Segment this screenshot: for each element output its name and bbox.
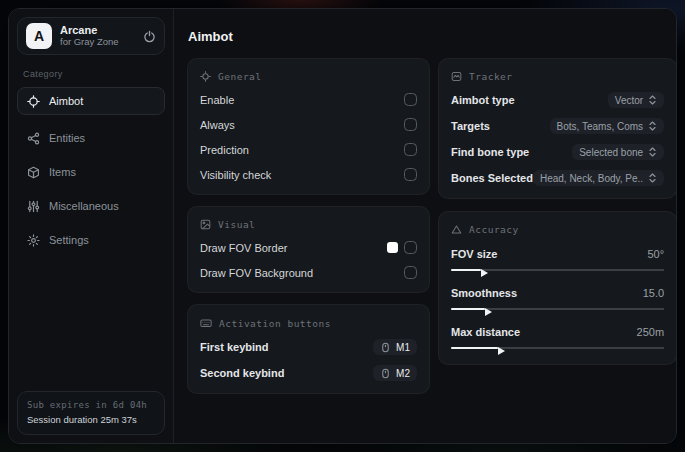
smoothness-slider-group: Smoothness 15.0 <box>451 285 664 313</box>
setting-label: Prediction <box>200 144 249 156</box>
slider-label: Smoothness <box>451 287 517 299</box>
aimbot-type-dropdown[interactable]: Vector <box>608 92 664 108</box>
dropdown-value: Bots, Teams, Coms <box>557 121 644 132</box>
setting-row-first-keybind: First keybind M1 <box>200 339 417 355</box>
sidebar-item-entities[interactable]: Entities <box>17 125 165 151</box>
slider-thumb[interactable] <box>485 308 492 316</box>
setting-label: Enable <box>200 94 234 106</box>
setting-label: Always <box>200 119 235 131</box>
fov-size-slider-group: FOV size 50° <box>451 246 664 274</box>
max-distance-slider[interactable] <box>451 343 664 352</box>
setting-row-bones-selected: Bones Selected Head, Neck, Body, Pe.. <box>451 170 664 186</box>
visual-section-title: Visual <box>218 219 255 230</box>
sub-expires-text: Sub expires in 6d 04h <box>27 399 155 413</box>
enable-checkbox[interactable] <box>404 93 417 106</box>
setting-label: Visibility check <box>200 169 271 181</box>
brand-text: Arcane for Gray Zone <box>60 24 135 48</box>
first-keybind-button[interactable]: M1 <box>373 339 417 355</box>
second-keybind-button[interactable]: M2 <box>373 365 417 381</box>
sidebar-item-miscellaneous[interactable]: Miscellaneous <box>17 193 165 219</box>
slider-label: FOV size <box>451 248 497 260</box>
chevron-up-down-icon <box>648 173 657 183</box>
sidebar-item-aimbot[interactable]: Aimbot <box>17 87 165 115</box>
app-window: A Arcane for Gray Zone Category Aimbot <box>8 8 677 444</box>
sidebar: A Arcane for Gray Zone Category Aimbot <box>9 9 174 443</box>
app-logo: A <box>26 23 52 49</box>
slider-thumb[interactable] <box>481 269 488 277</box>
dropdown-value: Selected bone <box>579 147 643 158</box>
power-icon[interactable] <box>143 30 156 43</box>
setting-label: Targets <box>451 120 490 132</box>
app-name: Arcane <box>60 24 135 37</box>
targets-dropdown[interactable]: Bots, Teams, Coms <box>550 118 665 134</box>
setting-row-visibility-check: Visibility check <box>200 167 417 182</box>
crosshair-icon <box>27 95 40 108</box>
entities-icon <box>27 132 40 145</box>
brand-header: A Arcane for Gray Zone <box>17 17 165 55</box>
bones-selected-dropdown[interactable]: Head, Neck, Body, Pe.. <box>533 170 664 186</box>
always-checkbox[interactable] <box>404 118 417 131</box>
sidebar-item-settings[interactable]: Settings <box>17 227 165 253</box>
tracker-card: Tracker Aimbot type Vector <box>438 58 677 199</box>
slider-value: 50° <box>647 248 664 260</box>
setting-label: First keybind <box>200 341 268 353</box>
sidebar-item-label: Settings <box>49 234 89 246</box>
main-content: Aimbot General Enable <box>174 9 677 443</box>
monitor-activity-icon <box>451 71 462 82</box>
image-icon <box>200 219 211 230</box>
setting-row-draw-fov-background: Draw FOV Background <box>200 265 417 280</box>
smoothness-slider[interactable] <box>451 304 664 313</box>
slider-value: 15.0 <box>643 287 664 299</box>
activation-section-title: Activation buttons <box>219 318 331 329</box>
setting-label: Draw FOV Border <box>200 242 287 254</box>
general-section-title: General <box>218 71 262 82</box>
find-bone-type-dropdown[interactable]: Selected bone <box>572 144 664 160</box>
setting-label: Draw FOV Background <box>200 267 313 279</box>
setting-row-draw-fov-border: Draw FOV Border <box>200 240 417 255</box>
max-distance-slider-group: Max distance 250m <box>451 324 664 352</box>
dropdown-value: Vector <box>615 95 643 106</box>
chevron-up-down-icon <box>648 95 657 105</box>
general-card: General Enable Always Prediction <box>187 58 430 195</box>
sliders-icon <box>27 200 40 213</box>
visibility-check-checkbox[interactable] <box>404 168 417 181</box>
fov-size-slider[interactable] <box>451 265 664 274</box>
fov-border-color-swatch[interactable] <box>387 242 398 253</box>
draw-fov-background-checkbox[interactable] <box>404 266 417 279</box>
keyboard-icon <box>200 317 212 329</box>
package-icon <box>27 166 40 179</box>
chevron-up-down-icon <box>648 121 657 131</box>
keybind-value: M1 <box>396 342 410 353</box>
sidebar-item-label: Miscellaneous <box>49 200 119 212</box>
sidebar-item-label: Aimbot <box>49 95 83 107</box>
category-label: Category <box>23 69 159 79</box>
app-subtitle: for Gray Zone <box>60 37 135 48</box>
chevron-up-down-icon <box>648 147 657 157</box>
keybind-value: M2 <box>396 368 410 379</box>
dropdown-value: Head, Neck, Body, Pe.. <box>540 173 643 184</box>
slider-value: 250m <box>637 326 665 338</box>
accuracy-card: Accuracy FOV size 50° Smoothness <box>438 211 677 365</box>
mouse-icon <box>380 368 391 379</box>
setting-row-targets: Targets Bots, Teams, Coms <box>451 118 664 134</box>
triangle-icon <box>451 224 462 235</box>
accuracy-section-title: Accuracy <box>469 224 519 235</box>
visual-card: Visual Draw FOV Border Draw FOV Backgrou… <box>187 206 430 293</box>
page-title: Aimbot <box>188 29 677 44</box>
sidebar-item-items[interactable]: Items <box>17 159 165 185</box>
draw-fov-border-checkbox[interactable] <box>404 241 417 254</box>
gear-icon <box>27 234 40 247</box>
slider-label: Max distance <box>451 326 520 338</box>
sidebar-item-label: Entities <box>49 132 85 144</box>
setting-row-always: Always <box>200 117 417 132</box>
setting-row-prediction: Prediction <box>200 142 417 157</box>
prediction-checkbox[interactable] <box>404 143 417 156</box>
tracker-section-title: Tracker <box>469 71 513 82</box>
general-crosshair-icon <box>200 71 211 82</box>
sidebar-item-label: Items <box>49 166 76 178</box>
setting-label: Bones Selected <box>451 172 533 184</box>
setting-row-aimbot-type: Aimbot type Vector <box>451 92 664 108</box>
setting-row-enable: Enable <box>200 92 417 107</box>
slider-thumb[interactable] <box>498 347 505 355</box>
activation-card: Activation buttons First keybind M1 <box>187 304 430 394</box>
